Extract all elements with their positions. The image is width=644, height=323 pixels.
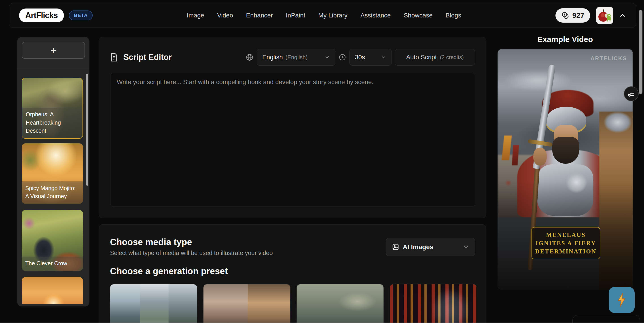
preset-digital-art[interactable]: Digital Art <box>296 284 384 323</box>
nav-item-enhancer[interactable]: Enhancer <box>246 12 273 19</box>
sidebar-divider <box>17 69 90 69</box>
video-caption-box: MENELAUS IGNITES A FIERY DETERMINATION <box>532 227 600 259</box>
nav-item-video[interactable]: Video <box>217 12 233 19</box>
chevron-down-icon <box>463 244 469 250</box>
project-item-mango[interactable]: Spicy Mango Mojito: A Visual Journey <box>22 144 83 204</box>
example-video-title: Example Video <box>498 35 633 44</box>
media-type-subtitle: Select what type of media will be used t… <box>110 250 273 256</box>
language-select[interactable]: English (English) <box>257 49 336 66</box>
clock-icon <box>338 54 346 61</box>
app-root: ArtFlicks BETA Image Video Enhancer InPa… <box>0 0 644 323</box>
top-navbar: ArtFlicks BETA Image Video Enhancer InPa… <box>9 3 636 28</box>
duration-value: 30s <box>355 54 365 61</box>
project-item-sunset[interactable] <box>22 277 83 304</box>
media-type-select[interactable]: AI Images <box>386 238 475 256</box>
project-list: Orpheus: A Heartbreaking Descent Spicy M… <box>17 70 90 304</box>
nav-right-group: 927 <box>556 7 626 24</box>
sidebar-scrollbar[interactable] <box>86 74 88 186</box>
chevron-down-icon <box>381 54 386 60</box>
coins-icon <box>561 11 570 20</box>
nav-item-my-library[interactable]: My Library <box>318 12 348 19</box>
nav-item-inpaint[interactable]: InPaint <box>286 12 305 19</box>
project-title: Spicy Mango Mojito: A Visual Journey <box>22 182 83 204</box>
quick-action-button[interactable] <box>609 287 634 313</box>
nav-item-blogs[interactable]: Blogs <box>446 12 461 19</box>
media-type-panel: Choose media type Select what type of me… <box>98 224 486 323</box>
script-editor-header: Script Editor English (English) 30s Auto… <box>99 49 486 66</box>
nav-item-showcase[interactable]: Showcase <box>404 12 432 19</box>
projects-sidebar: + Orpheus: A Heartbreaking Descent Spicy… <box>17 37 90 306</box>
corner-panel-edge <box>572 315 640 323</box>
script-textarea[interactable] <box>110 73 475 206</box>
globe-icon <box>246 53 254 61</box>
main-nav: Image Video Enhancer InPaint My Library … <box>187 12 461 19</box>
caption-line: IGNITES A FIERY <box>536 240 596 247</box>
auto-script-cost: (2 credits) <box>440 54 464 60</box>
project-title: The Clever Crow <box>22 256 83 271</box>
project-title: Orpheus: A Heartbreaking Descent <box>22 108 82 138</box>
image-icon <box>392 243 399 250</box>
user-avatar[interactable] <box>596 7 613 24</box>
plus-icon: + <box>50 45 56 56</box>
project-item-crow[interactable]: The Clever Crow <box>22 210 83 271</box>
auto-script-button[interactable]: Auto Script (2 credits) <box>395 49 475 66</box>
avatar-image <box>596 7 613 24</box>
beta-badge: BETA <box>69 10 92 20</box>
playlist-play-icon <box>627 90 635 98</box>
preset-cinematic[interactable]: Cinematic <box>203 284 290 323</box>
credits-count: 927 <box>572 12 584 20</box>
lightning-bolt-icon <box>616 293 628 307</box>
video-watermark: ARTFLICKS <box>590 55 627 62</box>
caption-line: MENELAUS <box>546 232 586 238</box>
brand-name: ArtFlicks <box>25 11 58 20</box>
language-value: English <box>262 54 283 61</box>
media-type-value: AI Images <box>403 243 433 251</box>
caption-line: DETERMINATION <box>535 248 596 255</box>
script-editor-panel: Script Editor English (English) 30s Auto… <box>98 37 486 218</box>
preset-section-title: Choose a generation preset <box>110 266 228 276</box>
example-video-player[interactable]: ARTFLICKS MENELAUS IGNITES A FIERY DETER… <box>498 49 633 290</box>
auto-script-label: Auto Script <box>406 54 437 61</box>
preset-collage[interactable]: Collage <box>110 284 197 323</box>
collapse-chevron-icon[interactable] <box>619 12 626 19</box>
project-item-orpheus[interactable]: Orpheus: A Heartbreaking Descent <box>22 78 83 139</box>
script-editor-title: Script Editor <box>124 52 172 62</box>
project-thumbnail <box>22 277 83 304</box>
nav-item-image[interactable]: Image <box>187 12 204 19</box>
playlist-toggle-button[interactable] <box>624 86 639 101</box>
nav-item-assistance[interactable]: Assistance <box>360 12 391 19</box>
brand-logo[interactable]: ArtFlicks <box>19 8 64 22</box>
new-project-button[interactable]: + <box>22 42 85 59</box>
preset-neon-futuristic[interactable]: Neon Futuristic <box>390 284 477 323</box>
duration-select[interactable]: 30s <box>349 49 392 66</box>
language-note: (English) <box>286 54 308 60</box>
preset-row: Collage Cinematic Digital Art Neon Futur… <box>110 284 477 323</box>
credits-button[interactable]: 927 <box>556 8 590 22</box>
chevron-down-icon <box>324 54 330 60</box>
media-type-title: Choose media type <box>110 237 192 247</box>
document-icon <box>110 53 118 62</box>
page-scrollbar[interactable] <box>639 10 642 94</box>
